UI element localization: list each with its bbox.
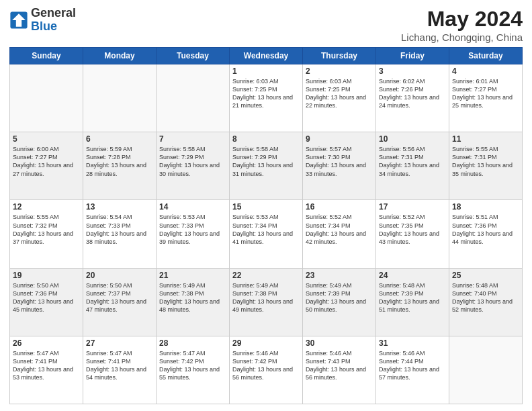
table-row: 11Sunrise: 5:55 AM Sunset: 7:31 PM Dayli… bbox=[449, 132, 523, 200]
day-number: 16 bbox=[306, 202, 373, 212]
day-number: 25 bbox=[452, 271, 519, 280]
table-row: 3Sunrise: 6:02 AM Sunset: 7:26 PM Daylig… bbox=[376, 64, 449, 132]
day-info: Sunrise: 5:50 AM Sunset: 7:37 PM Dayligh… bbox=[86, 281, 153, 314]
table-row bbox=[83, 64, 157, 132]
day-info: Sunrise: 6:03 AM Sunset: 7:25 PM Dayligh… bbox=[306, 77, 373, 110]
day-info: Sunrise: 5:49 AM Sunset: 7:38 PM Dayligh… bbox=[232, 281, 300, 314]
table-row: 14Sunrise: 5:53 AM Sunset: 7:33 PM Dayli… bbox=[157, 200, 230, 268]
day-info: Sunrise: 5:58 AM Sunset: 7:29 PM Dayligh… bbox=[232, 145, 300, 178]
day-number: 5 bbox=[13, 134, 80, 144]
table-row: 29Sunrise: 5:46 AM Sunset: 7:42 PM Dayli… bbox=[230, 336, 303, 404]
day-number: 4 bbox=[452, 66, 519, 76]
table-row: 18Sunrise: 5:51 AM Sunset: 7:36 PM Dayli… bbox=[449, 200, 523, 268]
table-row: 21Sunrise: 5:49 AM Sunset: 7:38 PM Dayli… bbox=[157, 268, 230, 336]
calendar-table: Sunday Monday Tuesday Wednesday Thursday… bbox=[9, 47, 523, 404]
day-number: 22 bbox=[232, 271, 300, 280]
table-row: 30Sunrise: 5:46 AM Sunset: 7:43 PM Dayli… bbox=[303, 336, 376, 404]
table-row: 6Sunrise: 5:59 AM Sunset: 7:28 PM Daylig… bbox=[83, 132, 157, 200]
day-info: Sunrise: 5:46 AM Sunset: 7:42 PM Dayligh… bbox=[232, 349, 300, 382]
month-title: May 2024 bbox=[401, 7, 523, 32]
day-info: Sunrise: 5:48 AM Sunset: 7:39 PM Dayligh… bbox=[379, 281, 446, 314]
day-number: 2 bbox=[306, 66, 373, 76]
day-number: 24 bbox=[379, 271, 446, 280]
day-info: Sunrise: 5:59 AM Sunset: 7:28 PM Dayligh… bbox=[86, 145, 153, 178]
day-number: 11 bbox=[452, 134, 519, 144]
table-row: 25Sunrise: 5:48 AM Sunset: 7:40 PM Dayli… bbox=[449, 268, 523, 336]
logo-line2: Blue bbox=[31, 20, 76, 34]
day-number: 14 bbox=[159, 202, 226, 212]
day-info: Sunrise: 5:46 AM Sunset: 7:43 PM Dayligh… bbox=[306, 349, 373, 382]
table-row: 31Sunrise: 5:46 AM Sunset: 7:44 PM Dayli… bbox=[376, 336, 449, 404]
day-number: 7 bbox=[159, 134, 226, 144]
day-number: 26 bbox=[13, 338, 80, 348]
calendar-week-1: 1Sunrise: 6:03 AM Sunset: 7:25 PM Daylig… bbox=[10, 64, 523, 132]
col-wednesday: Wednesday bbox=[230, 48, 303, 64]
table-row: 20Sunrise: 5:50 AM Sunset: 7:37 PM Dayli… bbox=[83, 268, 157, 336]
table-row: 26Sunrise: 5:47 AM Sunset: 7:41 PM Dayli… bbox=[10, 336, 83, 404]
day-number: 13 bbox=[86, 202, 153, 212]
day-info: Sunrise: 5:47 AM Sunset: 7:42 PM Dayligh… bbox=[159, 349, 226, 382]
day-info: Sunrise: 5:58 AM Sunset: 7:29 PM Dayligh… bbox=[159, 145, 226, 178]
day-info: Sunrise: 5:46 AM Sunset: 7:44 PM Dayligh… bbox=[379, 349, 446, 382]
table-row: 27Sunrise: 5:47 AM Sunset: 7:41 PM Dayli… bbox=[83, 336, 157, 404]
table-row bbox=[10, 64, 83, 132]
day-number: 10 bbox=[379, 134, 446, 144]
day-info: Sunrise: 6:03 AM Sunset: 7:25 PM Dayligh… bbox=[232, 77, 300, 110]
day-info: Sunrise: 5:55 AM Sunset: 7:31 PM Dayligh… bbox=[452, 145, 519, 178]
day-info: Sunrise: 5:48 AM Sunset: 7:40 PM Dayligh… bbox=[452, 281, 519, 314]
page: General Blue May 2024 Lichang, Chongqing… bbox=[0, 0, 532, 411]
day-info: Sunrise: 5:49 AM Sunset: 7:39 PM Dayligh… bbox=[306, 281, 373, 314]
calendar-week-3: 12Sunrise: 5:55 AM Sunset: 7:32 PM Dayli… bbox=[10, 200, 523, 268]
table-row: 16Sunrise: 5:52 AM Sunset: 7:34 PM Dayli… bbox=[303, 200, 376, 268]
table-row bbox=[449, 336, 523, 404]
day-info: Sunrise: 5:52 AM Sunset: 7:35 PM Dayligh… bbox=[379, 213, 446, 246]
table-row: 15Sunrise: 5:53 AM Sunset: 7:34 PM Dayli… bbox=[230, 200, 303, 268]
col-thursday: Thursday bbox=[303, 48, 376, 64]
day-number: 29 bbox=[232, 338, 300, 348]
title-area: May 2024 Lichang, Chongqing, China bbox=[401, 7, 523, 43]
table-row: 13Sunrise: 5:54 AM Sunset: 7:33 PM Dayli… bbox=[83, 200, 157, 268]
table-row: 10Sunrise: 5:56 AM Sunset: 7:31 PM Dayli… bbox=[376, 132, 449, 200]
header: General Blue May 2024 Lichang, Chongqing… bbox=[9, 7, 523, 43]
day-number: 6 bbox=[86, 134, 153, 144]
table-row: 8Sunrise: 5:58 AM Sunset: 7:29 PM Daylig… bbox=[230, 132, 303, 200]
logo-text: General Blue bbox=[31, 7, 76, 34]
day-number: 19 bbox=[13, 271, 80, 280]
table-row: 24Sunrise: 5:48 AM Sunset: 7:39 PM Dayli… bbox=[376, 268, 449, 336]
day-number: 8 bbox=[232, 134, 300, 144]
table-row: 28Sunrise: 5:47 AM Sunset: 7:42 PM Dayli… bbox=[157, 336, 230, 404]
day-info: Sunrise: 6:02 AM Sunset: 7:26 PM Dayligh… bbox=[379, 77, 446, 110]
table-row: 7Sunrise: 5:58 AM Sunset: 7:29 PM Daylig… bbox=[157, 132, 230, 200]
table-row: 4Sunrise: 6:01 AM Sunset: 7:27 PM Daylig… bbox=[449, 64, 523, 132]
table-row: 2Sunrise: 6:03 AM Sunset: 7:25 PM Daylig… bbox=[303, 64, 376, 132]
day-info: Sunrise: 5:53 AM Sunset: 7:34 PM Dayligh… bbox=[232, 213, 300, 246]
day-number: 17 bbox=[379, 202, 446, 212]
day-number: 15 bbox=[232, 202, 300, 212]
day-number: 20 bbox=[86, 271, 153, 280]
day-number: 1 bbox=[232, 66, 300, 76]
day-info: Sunrise: 6:01 AM Sunset: 7:27 PM Dayligh… bbox=[452, 77, 519, 110]
day-number: 27 bbox=[86, 338, 153, 348]
calendar-header-row: Sunday Monday Tuesday Wednesday Thursday… bbox=[10, 48, 523, 64]
day-number: 31 bbox=[379, 338, 446, 348]
table-row: 22Sunrise: 5:49 AM Sunset: 7:38 PM Dayli… bbox=[230, 268, 303, 336]
table-row: 12Sunrise: 5:55 AM Sunset: 7:32 PM Dayli… bbox=[10, 200, 83, 268]
day-info: Sunrise: 5:52 AM Sunset: 7:34 PM Dayligh… bbox=[306, 213, 373, 246]
table-row bbox=[157, 64, 230, 132]
day-number: 12 bbox=[13, 202, 80, 212]
day-info: Sunrise: 5:51 AM Sunset: 7:36 PM Dayligh… bbox=[452, 213, 519, 246]
calendar-week-2: 5Sunrise: 6:00 AM Sunset: 7:27 PM Daylig… bbox=[10, 132, 523, 200]
day-number: 23 bbox=[306, 271, 373, 280]
table-row: 17Sunrise: 5:52 AM Sunset: 7:35 PM Dayli… bbox=[376, 200, 449, 268]
day-info: Sunrise: 5:47 AM Sunset: 7:41 PM Dayligh… bbox=[13, 349, 80, 382]
day-info: Sunrise: 6:00 AM Sunset: 7:27 PM Dayligh… bbox=[13, 145, 80, 178]
calendar-week-4: 19Sunrise: 5:50 AM Sunset: 7:36 PM Dayli… bbox=[10, 268, 523, 336]
table-row: 23Sunrise: 5:49 AM Sunset: 7:39 PM Dayli… bbox=[303, 268, 376, 336]
day-number: 28 bbox=[159, 338, 226, 348]
day-info: Sunrise: 5:50 AM Sunset: 7:36 PM Dayligh… bbox=[13, 281, 80, 314]
day-number: 3 bbox=[379, 66, 446, 76]
location: Lichang, Chongqing, China bbox=[401, 32, 523, 43]
table-row: 5Sunrise: 6:00 AM Sunset: 7:27 PM Daylig… bbox=[10, 132, 83, 200]
day-number: 21 bbox=[159, 271, 226, 280]
calendar-week-5: 26Sunrise: 5:47 AM Sunset: 7:41 PM Dayli… bbox=[10, 336, 523, 404]
